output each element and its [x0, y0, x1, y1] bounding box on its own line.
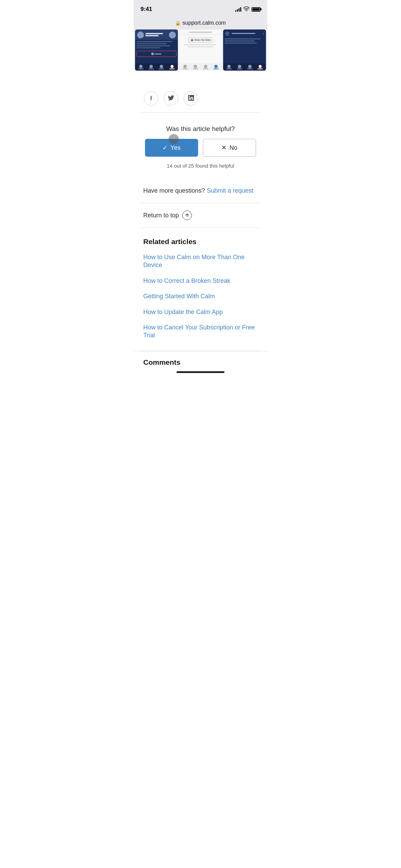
helpful-section: Was this article helpful? ✓ Yes ✕ No 14 …: [134, 113, 267, 179]
lock-icon: 🔒: [175, 21, 181, 26]
return-to-top[interactable]: Return to top: [134, 203, 267, 228]
twitter-button[interactable]: [164, 91, 178, 106]
helpful-buttons: ✓ Yes ✕ No: [141, 139, 260, 157]
avatar-2: [169, 32, 176, 38]
return-to-top-text: Return to top: [143, 212, 179, 219]
bubble-effect: [169, 134, 179, 144]
status-icons: [235, 7, 260, 12]
yes-label: Yes: [170, 144, 180, 152]
twitter-icon: [168, 95, 174, 102]
related-link-2[interactable]: How to Correct a Broken Streak: [143, 277, 258, 285]
more-questions-section: Have more questions? Submit a request: [134, 179, 267, 203]
url-text: support.calm.com: [182, 20, 226, 26]
related-articles-section: Related articles How to Use Calm on More…: [134, 228, 267, 351]
x-icon: ✕: [221, 144, 227, 152]
yes-button[interactable]: ✓ Yes: [145, 139, 198, 157]
home-indicator: [134, 366, 267, 376]
related-link-3[interactable]: Getting Started With Calm: [143, 292, 258, 300]
svg-point-0: [246, 10, 247, 11]
return-to-top-icon: [182, 210, 192, 220]
avatar-1: [137, 32, 144, 38]
screenshot-2: 📤 Share My Stats: [179, 29, 222, 71]
related-articles-title: Related articles: [143, 238, 258, 246]
related-link-5[interactable]: How to Cancel Your Subscription or Free …: [143, 324, 258, 340]
browser-bar: 🔒 support.calm.com: [134, 17, 267, 29]
wifi-icon: [243, 7, 250, 12]
comments-section: Comments: [134, 351, 267, 366]
facebook-icon: f: [150, 95, 152, 102]
screenshot-strip: 📤 Share My Stats ›: [134, 29, 267, 71]
submit-request-link[interactable]: Submit a request: [207, 187, 253, 194]
home-bar: [177, 371, 224, 373]
no-label: No: [229, 144, 237, 152]
linkedin-button[interactable]: [184, 91, 198, 106]
helpful-count: 14 out of 25 found this helpful: [167, 163, 234, 169]
social-share-section: f: [134, 84, 267, 112]
status-time: 9:41: [141, 6, 152, 13]
helpful-question: Was this article helpful?: [166, 125, 235, 133]
facebook-button[interactable]: f: [144, 91, 158, 106]
comments-title: Comments: [143, 358, 258, 366]
more-questions-text: Have more questions?: [143, 187, 205, 194]
related-link-1[interactable]: How to Use Calm on More Than One Device: [143, 253, 258, 269]
screenshot-1: [135, 29, 178, 71]
screenshot-3: ›: [223, 29, 266, 71]
no-button[interactable]: ✕ No: [203, 139, 256, 157]
status-bar: 9:41: [134, 0, 267, 17]
related-link-4[interactable]: How to Update the Calm App: [143, 308, 258, 316]
battery-icon: [252, 7, 260, 12]
linkedin-icon: [188, 95, 194, 102]
signal-icon: [235, 7, 241, 12]
checkmark-icon: ✓: [162, 144, 168, 152]
